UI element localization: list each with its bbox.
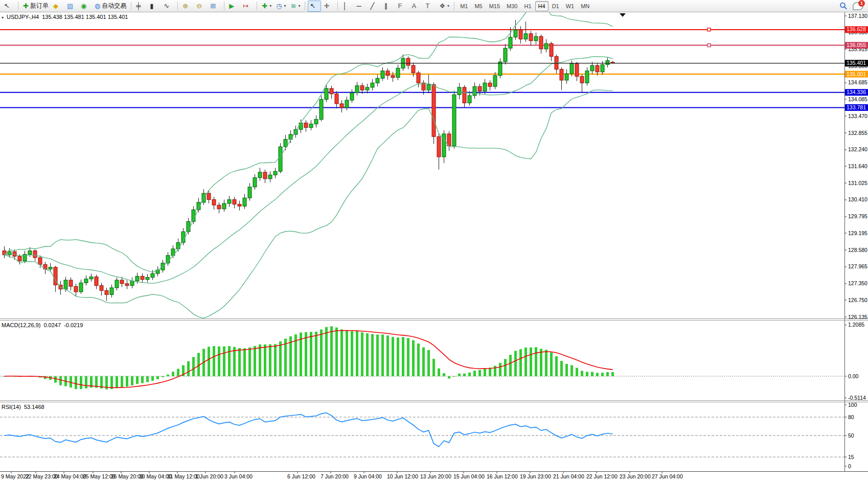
timeframe-h1[interactable]: H1 [521, 1, 535, 11]
crosshair-button[interactable]: ✛ [322, 1, 335, 12]
new-order-button[interactable]: ✚新订单 [21, 1, 51, 12]
macd-histogram-bar [499, 363, 501, 376]
symbol-dropdown-icon[interactable]: ▾ [2, 15, 4, 20]
macd-histogram-bar [197, 353, 200, 376]
time-axis-label[interactable]: 19 Jun 23:00 [520, 473, 551, 479]
time-axis-label[interactable]: 6 Jun 12:00 [287, 473, 315, 479]
candle-body [120, 280, 124, 284]
time-axis-label[interactable]: 9 May 2022 [1, 473, 29, 479]
crosshair-glyph: ✛ [324, 3, 329, 9]
text-label-button[interactable]: T [423, 1, 437, 12]
macd-histogram-bar [530, 348, 532, 376]
timeframe-h4[interactable]: H4 [535, 1, 549, 11]
macd-histogram-bar [422, 348, 425, 376]
time-axis-label[interactable]: 16 Jun 12:00 [487, 473, 518, 479]
candle-body [89, 277, 93, 279]
candlestick-chart-button[interactable]: ▮ [148, 1, 161, 12]
time-axis-label[interactable]: 1 Jun 20:00 [195, 473, 223, 479]
macd-histogram-bar [427, 350, 430, 376]
cursor-glyph: ↖ [310, 3, 315, 9]
time-axis-label[interactable]: 23 Jun 20:00 [620, 473, 651, 479]
data-window-icon[interactable]: ▧ [65, 1, 78, 12]
vertical-line-button[interactable]: │ [340, 1, 354, 12]
macd-histogram-bar [397, 337, 399, 376]
rsi-scale-label: 15 [848, 454, 854, 460]
candle-body [74, 286, 78, 292]
macd-histogram-bar [555, 356, 558, 376]
time-axis-label[interactable]: 21 Jun 04:00 [553, 473, 584, 479]
candle-body [284, 140, 287, 147]
price-tick-label: 137.130 [848, 13, 867, 19]
tile-windows-button[interactable]: ⊞ [208, 1, 221, 12]
timeframe-m15[interactable]: M15 [486, 1, 503, 11]
time-axis-label[interactable]: 27 Jun 04:00 [652, 473, 683, 479]
text-button[interactable]: A [409, 1, 423, 12]
macd-histogram-bar [392, 337, 394, 376]
timeframe-m30[interactable]: M30 [504, 1, 520, 11]
macd-histogram-bar [570, 365, 573, 376]
price-tick-label: 130.410 [848, 196, 867, 202]
autoscroll-button[interactable]: ▶ [227, 1, 240, 12]
periods-button[interactable]: ◷▾ [274, 1, 288, 12]
macd-histogram-bar [335, 328, 338, 376]
time-axis-label[interactable]: 24 May 04:00 [54, 473, 86, 479]
chevron-down-icon[interactable]: ▾ [284, 4, 286, 8]
timeframe-m1[interactable]: M1 [457, 1, 471, 11]
trendline-button[interactable]: ╱ [368, 1, 381, 12]
market-watch-icon[interactable]: ◆ [51, 1, 64, 12]
candle-body [529, 34, 533, 41]
current-price-label: 135.401 [847, 60, 866, 66]
macd-histogram-bar [611, 372, 614, 376]
zoom-in-button[interactable]: ⊕ [180, 1, 194, 12]
new-order-glyph: ✚ [23, 3, 29, 9]
time-axis-label[interactable]: 10 Jun 12:00 [387, 473, 418, 479]
candle-body [49, 267, 52, 269]
macd-histogram-bar [80, 376, 82, 389]
timeframe-w1[interactable]: W1 [563, 1, 578, 11]
candle-body [585, 71, 589, 83]
time-axis-label[interactable]: 15 Jun 04:00 [453, 473, 485, 479]
templates-button[interactable]: ≋▾ [289, 1, 303, 12]
rsi-indicator-label: RSI(14) 53.1468 [2, 404, 44, 410]
time-axis-label[interactable]: 9 Jun 04:00 [354, 473, 382, 479]
chevron-down-icon[interactable]: ▾ [447, 4, 449, 8]
autoscroll-glyph: ▶ [229, 3, 234, 9]
bar-chart-button[interactable]: ╪ [134, 1, 147, 12]
cursor-button[interactable]: ↖ [308, 1, 321, 12]
autotrading-button[interactable]: ◍自动交易 [93, 1, 128, 12]
timeframe-m5[interactable]: M5 [471, 1, 485, 11]
horizontal-line-button[interactable]: ─ [354, 1, 368, 12]
signals-icon[interactable]: ◉ [79, 1, 92, 12]
macd-histogram-bar [484, 369, 486, 376]
candle-body [207, 193, 211, 199]
chart-shift-marker[interactable] [620, 13, 626, 17]
candle-body [412, 65, 415, 73]
zoom-out-button[interactable]: ⊖ [194, 1, 208, 12]
arrow-icon[interactable]: ↖ [2, 1, 15, 12]
time-axis-label[interactable]: 22 Jun 12:00 [586, 473, 618, 479]
macd-histogram-bar [473, 371, 476, 376]
line-handle[interactable] [707, 28, 711, 31]
candle-body [509, 37, 512, 48]
time-axis-label[interactable]: 13 Jun 20:00 [420, 473, 451, 479]
arrows-button[interactable]: ❖▾ [437, 1, 451, 12]
macd-histogram-bar [325, 327, 328, 376]
candle-body [483, 83, 487, 91]
chevron-down-icon[interactable]: ▾ [269, 4, 271, 8]
candle-body [217, 205, 221, 209]
equidistant-channel-button[interactable]: ∥ [382, 1, 395, 12]
line-chart-button[interactable]: ∿ [162, 1, 175, 12]
chevron-down-icon[interactable]: ▾ [298, 4, 300, 8]
chart-shift-button[interactable]: ↦ [241, 1, 254, 12]
time-axis-label[interactable]: 3 Jun 04:00 [224, 473, 253, 479]
indicators-button[interactable]: ✚▾ [260, 1, 273, 12]
timeframe-d1[interactable]: D1 [549, 1, 562, 11]
chat-icon[interactable]: 1 [853, 2, 864, 10]
line-handle[interactable] [707, 44, 711, 47]
zoom-out-glyph: ⊖ [196, 3, 202, 9]
search-icon[interactable] [839, 2, 848, 10]
macd-histogram-bar [514, 351, 517, 376]
fibonacci-button[interactable]: F [396, 1, 409, 12]
timeframe-mn[interactable]: MN [578, 1, 592, 11]
time-axis-label[interactable]: 7 Jun 20:00 [321, 473, 349, 479]
